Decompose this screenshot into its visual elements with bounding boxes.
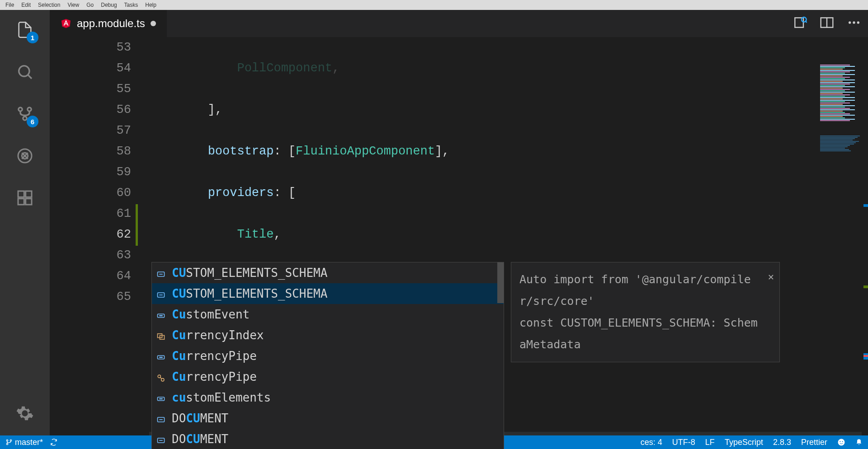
- svg-point-43: [842, 441, 843, 442]
- svg-point-2: [19, 108, 22, 111]
- menu-debug[interactable]: Debug: [97, 1, 120, 9]
- suggestion-item[interactable]: CUSTOM_ELEMENTS_SCHEMA: [152, 262, 504, 283]
- docs-line: aMetadata: [519, 334, 771, 355]
- settings-gear-icon[interactable]: [14, 402, 36, 424]
- svg-point-38: [6, 440, 8, 441]
- svg-line-13: [805, 21, 807, 23]
- menu-selection[interactable]: Selection: [34, 1, 64, 9]
- tab-dirty-indicator: [151, 21, 156, 26]
- suggestion-item[interactable]: CurrencyIndex: [152, 325, 504, 346]
- status-language[interactable]: TypeScript: [725, 438, 763, 447]
- suggestion-item[interactable]: CurrencyPipe: [152, 346, 504, 366]
- menu-file[interactable]: File: [2, 1, 18, 9]
- svg-point-30: [161, 379, 164, 381]
- suggestion-item[interactable]: CustomEvent: [152, 304, 504, 325]
- const-icon: [156, 289, 166, 299]
- debug-icon[interactable]: [14, 145, 36, 167]
- svg-point-29: [158, 375, 160, 378]
- svg-line-1: [28, 75, 32, 79]
- more-actions-icon[interactable]: [847, 15, 861, 30]
- class-icon: [156, 372, 166, 382]
- menubar: File Edit Selection View Go Debug Tasks …: [0, 0, 868, 10]
- status-git-branch[interactable]: master*: [5, 438, 43, 447]
- extensions-icon[interactable]: [14, 187, 36, 209]
- editor-area: app.module.ts 53 54 55 56 57 58 59 60 61…: [50, 10, 868, 435]
- source-control-icon[interactable]: 6: [14, 103, 36, 125]
- status-eol[interactable]: LF: [705, 438, 715, 447]
- docs-line: r/src/core': [519, 290, 771, 312]
- status-sync-icon[interactable]: [50, 439, 57, 446]
- docs-close-icon[interactable]: ✕: [768, 266, 774, 288]
- svg-rect-10: [26, 191, 32, 197]
- scm-badge: 6: [27, 116, 38, 127]
- status-ts-version[interactable]: 2.8.3: [773, 438, 791, 447]
- const-icon: [156, 268, 166, 278]
- svg-point-0: [19, 66, 29, 76]
- explorer-badge: 1: [27, 32, 38, 43]
- split-editor-icon[interactable]: [820, 15, 834, 30]
- tab-app-module[interactable]: app.module.ts: [50, 10, 167, 37]
- menu-go[interactable]: Go: [83, 1, 97, 9]
- var-icon: [156, 309, 166, 319]
- status-bell-icon[interactable]: [855, 439, 863, 446]
- svg-point-16: [849, 21, 851, 23]
- angular-icon: [61, 18, 71, 29]
- svg-point-17: [853, 21, 855, 23]
- activity-bar: 1 6: [0, 10, 50, 435]
- svg-point-39: [10, 440, 11, 441]
- var-icon: [156, 393, 166, 402]
- menu-tasks[interactable]: Tasks: [121, 1, 142, 9]
- suggestion-item[interactable]: CurrencyPipe: [152, 366, 504, 387]
- menu-edit[interactable]: Edit: [18, 1, 34, 9]
- suggestion-item[interactable]: DOCUMENT: [152, 408, 504, 429]
- enum-icon: [156, 330, 166, 340]
- const-icon: [156, 413, 166, 423]
- overview-ruler[interactable]: [862, 64, 868, 435]
- svg-line-31: [160, 378, 162, 379]
- svg-rect-9: [26, 199, 32, 205]
- tab-filename: app.module.ts: [77, 17, 145, 30]
- line-gutter: 53 54 55 56 57 58 59 60 61 62 63 64 65: [50, 37, 149, 435]
- suggestion-item[interactable]: customElements: [152, 387, 504, 408]
- documentation-popup: ✕ Auto import from '@angular/compile r/s…: [511, 262, 780, 362]
- svg-rect-8: [18, 199, 24, 205]
- status-encoding[interactable]: UTF-8: [672, 438, 695, 447]
- svg-rect-7: [18, 191, 24, 197]
- svg-point-40: [6, 443, 8, 444]
- suggestion-scrollbar[interactable]: [497, 262, 504, 303]
- explorer-icon[interactable]: 1: [14, 19, 36, 41]
- docs-line: const CUSTOM_ELEMENTS_SCHEMA: Schem: [519, 312, 771, 334]
- menu-view[interactable]: View: [64, 1, 83, 9]
- const-icon: [156, 434, 166, 444]
- var-icon: [156, 351, 166, 361]
- suggestion-item[interactable]: CUSTOM_ELEMENTS_SCHEMA: [152, 283, 504, 304]
- svg-rect-28: [159, 357, 163, 358]
- svg-point-4: [23, 117, 27, 120]
- svg-point-18: [857, 21, 859, 23]
- suggestion-item[interactable]: DOCUMENT: [152, 429, 504, 449]
- svg-rect-24: [159, 315, 163, 317]
- docs-line: Auto import from '@angular/compile: [519, 269, 771, 290]
- svg-point-42: [840, 441, 840, 442]
- status-prettier[interactable]: Prettier: [801, 438, 827, 447]
- svg-rect-33: [159, 398, 163, 400]
- suggestion-widget: CUSTOM_ELEMENTS_SCHEMACUSTOM_ELEMENTS_SC…: [151, 262, 504, 449]
- compare-changes-icon[interactable]: [793, 15, 807, 30]
- status-feedback-icon[interactable]: [837, 438, 845, 446]
- svg-point-3: [28, 108, 31, 111]
- search-icon[interactable]: [14, 61, 36, 83]
- menu-help[interactable]: Help: [142, 1, 160, 9]
- status-spaces[interactable]: ces: 4: [641, 438, 662, 447]
- svg-point-41: [838, 439, 845, 446]
- minimap[interactable]: [818, 64, 868, 245]
- tab-bar: app.module.ts: [50, 10, 868, 37]
